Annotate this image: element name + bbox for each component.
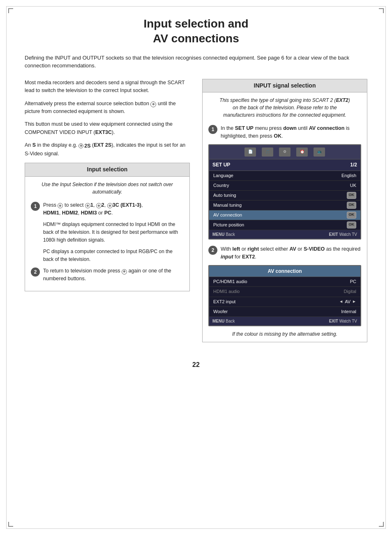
menu-label-avconnection: AV connection — [213, 212, 242, 219]
right-step2-text: With left or right select either AV or S… — [221, 245, 361, 261]
input-selection-box: Input selection Use the Input Selection … — [25, 163, 190, 291]
right-step1-text: In the SET UP menu press down until AV c… — [221, 125, 361, 140]
av-table-footer: MENU Back EXIT Watch TV — [209, 317, 360, 326]
av-row-hdmi1: HDMI1 audio Digital — [209, 287, 360, 297]
right-step2-circle: 2 — [208, 246, 217, 255]
intro-text: Defining the INPUT and OUTPUT sockets so… — [25, 54, 367, 70]
left-para2: Alternatively press the external source … — [25, 100, 190, 116]
av-value-ext2: ◄ AV ► — [339, 298, 356, 305]
setup-menu-header: SET UP 1/2 — [209, 159, 360, 171]
footer-note: If the colour is missing try the alterna… — [208, 330, 361, 338]
input-note: Use the Input Selection if the televisio… — [31, 181, 184, 196]
menu-label-manualtuning: Manual tuning — [213, 202, 242, 209]
two-column-layout: Most media recorders and decoders send a… — [25, 79, 367, 349]
menu-label-pictureposition: Picture position — [213, 221, 244, 228]
footer-watchtv: EXIT Watch TV — [329, 231, 357, 238]
setup-menu: 📄 🎵 ⚙ ⏰ 📺 SET UP 1/2 Language English — [208, 144, 361, 240]
step2-text: To return to television mode press ⊕ aga… — [43, 267, 184, 283]
menu-label-language: Language — [213, 172, 233, 179]
corner-bl — [8, 522, 13, 527]
input-signal-content: This specifies the type of signal going … — [203, 92, 367, 342]
input-signal-box: INPUT signal selection This specifies th… — [202, 79, 367, 342]
av-label-woofer: Woofer — [213, 308, 228, 315]
menu-row-country: Country UK — [209, 181, 360, 191]
page-number: 22 — [25, 361, 367, 369]
input-selection-content: Use the Input Selection if the televisio… — [25, 177, 189, 291]
av-footer-watchtv: EXIT Watch TV — [329, 318, 357, 325]
menu-value-language: English — [341, 172, 356, 179]
input-selection-title: Input selection — [25, 163, 189, 177]
menu-value-country: UK — [350, 182, 356, 189]
av-value-hdmi1: Digital — [344, 288, 356, 295]
av-row-ext2: EXT2 input ◄ AV ► — [209, 297, 360, 307]
menu-value-manualtuning: OK — [347, 202, 357, 209]
av-connection-table: AV connection PC/HDMI1 audio PC HDMI1 au… — [208, 265, 361, 326]
av-row-woofer: Woofer Internal — [209, 307, 360, 317]
step1-text: Press ⊕ to select ⊕1, ⊕2, ⊕3C (EXT1-3),H… — [43, 201, 143, 217]
av-value-woofer: Internal — [341, 308, 356, 315]
setup-menu-label: SET UP — [212, 161, 230, 169]
left-para3: This button must be used to view equipme… — [25, 120, 190, 136]
av-value-pc-hdmi1: PC — [350, 278, 356, 285]
menu-icon-3: ⚙ — [279, 148, 291, 157]
menu-icon-2: 🎵 — [262, 148, 273, 157]
menu-row-pictureposition: Picture position OK — [209, 220, 360, 230]
step1-detail2: PC displays a computer connected to Inpu… — [43, 248, 184, 263]
step1-detail1: HDMI™ displays equipment connected to In… — [43, 221, 184, 244]
menu-value-avconnection: OK — [347, 212, 357, 219]
av-footer-back: MENU Back — [212, 318, 235, 325]
menu-value-pictureposition: OK — [347, 221, 357, 228]
step1-circle: 1 — [31, 202, 40, 211]
page-title: Input selection and AV connections — [25, 16, 367, 46]
menu-row-avconnection: AV connection OK — [209, 210, 360, 220]
right-step1-circle: 1 — [208, 125, 217, 134]
footer-back: MENU Back — [212, 231, 235, 238]
menu-icon-4: ⏰ — [296, 148, 308, 157]
left-arrow-icon: ◄ — [339, 298, 343, 305]
av-label-ext2: EXT2 input — [213, 298, 235, 305]
input-signal-title: INPUT signal selection — [203, 79, 367, 93]
left-step1: 1 Press ⊕ to select ⊕1, ⊕2, ⊕3C (EXT1-3)… — [31, 201, 184, 217]
setup-menu-rows: Language English Country UK Auto tuning … — [209, 171, 360, 230]
setup-menu-footer: MENU Back EXIT Watch TV — [209, 230, 360, 239]
left-step2: 2 To return to television mode press ⊕ a… — [31, 267, 184, 283]
menu-value-autotuning: OK — [347, 192, 357, 199]
menu-row-language: Language English — [209, 171, 360, 181]
av-table-header: AV connection — [209, 266, 360, 277]
menu-row-autotuning: Auto tuning OK — [209, 191, 360, 201]
menu-label-autotuning: Auto tuning — [213, 192, 236, 199]
menu-row-manualtuning: Manual tuning OK — [209, 201, 360, 210]
right-step2: 2 With left or right select either AV or… — [208, 245, 361, 261]
setup-menu-page: 1/2 — [350, 161, 357, 169]
right-step1: 1 In the SET UP menu press down until AV… — [208, 125, 361, 140]
setup-menu-icons: 📄 🎵 ⚙ ⏰ 📺 — [209, 145, 360, 159]
right-arrow-icon: ► — [352, 298, 356, 305]
corner-tl — [8, 8, 13, 13]
right-column: INPUT signal selection This specifies th… — [202, 79, 367, 349]
av-label-hdmi1: HDMI1 audio — [213, 288, 240, 295]
av-label-pc-hdmi1: PC/HDMI1 audio — [213, 278, 247, 285]
left-column: Most media recorders and decoders send a… — [25, 79, 190, 349]
av-value-ext2-text: AV — [345, 298, 350, 305]
left-para1: Most media recorders and decoders send a… — [25, 79, 190, 95]
corner-br — [379, 522, 384, 527]
menu-icon-5: 📺 — [314, 148, 325, 157]
menu-icon-1: 📄 — [244, 148, 256, 157]
input-signal-note: This specifies the type of signal going … — [208, 97, 361, 119]
corner-tr — [379, 8, 384, 13]
menu-label-country: Country — [213, 182, 229, 189]
step2-circle: 2 — [31, 268, 40, 277]
av-row-pc-hdmi1: PC/HDMI1 audio PC — [209, 277, 360, 287]
left-para4: An S in the display e.g. ⊕2S (EXT 2S), i… — [25, 141, 190, 158]
